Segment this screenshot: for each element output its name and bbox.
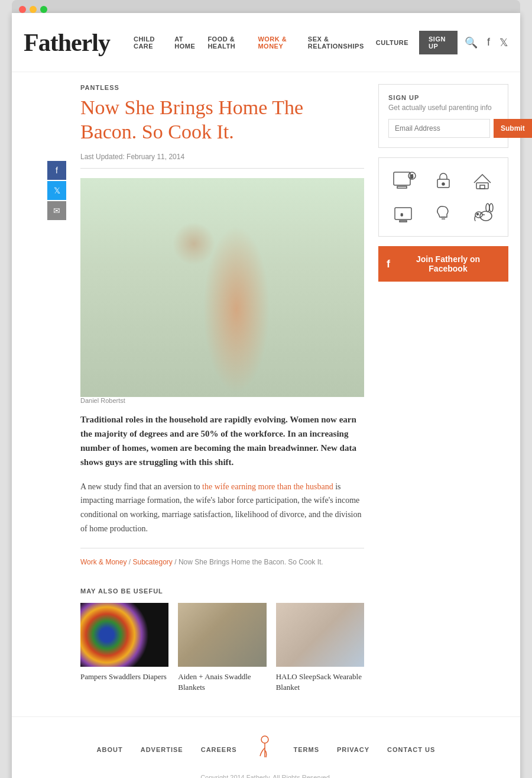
svg-point-49 — [486, 204, 489, 212]
svg-rect-19 — [118, 230, 125, 251]
svg-point-39 — [442, 183, 445, 185]
related-item-3[interactable]: HALO SleepSack Wearable Blanket — [276, 603, 364, 693]
signup-box: SIGN UP Get actually useful parenting in… — [378, 84, 508, 148]
signup-box-title: SIGN UP — [388, 94, 498, 101]
svg-rect-35 — [397, 186, 407, 188]
submit-button[interactable]: Submit — [494, 119, 532, 138]
svg-point-50 — [489, 204, 493, 212]
related-item-1[interactable]: Pampers Swaddlers Diapers — [80, 603, 168, 693]
footer-privacy[interactable]: PRIVACY — [337, 746, 369, 753]
svg-rect-20 — [126, 231, 132, 251]
svg-point-25 — [211, 217, 245, 239]
footer-logo — [254, 735, 275, 764]
signup-box-subtitle: Get actually useful parenting info — [388, 104, 498, 112]
icon-lock — [428, 167, 459, 193]
svg-point-52 — [261, 736, 268, 743]
icon-money-screen: $ — [389, 167, 420, 193]
footer-copyright: Copyright 2014 Fatherly. All Rights Rese… — [24, 774, 508, 778]
footer-about[interactable]: ABOUT — [97, 746, 123, 753]
svg-rect-42 — [395, 208, 411, 219]
search-icon[interactable]: 🔍 — [465, 36, 478, 49]
svg-rect-10 — [112, 199, 119, 217]
related-item-2[interactable]: Aiden + Anais Swaddle Blankets — [178, 603, 266, 693]
email-input[interactable] — [388, 119, 490, 138]
footer-careers[interactable]: CAREERS — [201, 746, 237, 753]
related-section: MAY ALSO BE USEFUL Pampers Swaddlers Dia… — [80, 587, 364, 693]
svg-rect-17 — [104, 230, 111, 251]
browser-dot-green — [40, 6, 47, 13]
article-intro: Traditional roles in the household are r… — [80, 412, 364, 469]
site-header: Fatherly CHILD CARE AT HOME FOOD & HEALT… — [12, 13, 520, 72]
sidebar: SIGN UP Get actually useful parenting in… — [378, 84, 508, 716]
site-footer: ABOUT ADVERTISE CAREERS TERMS PRIVACY CO… — [12, 716, 520, 778]
facebook-join-button[interactable]: f Join Fatherly on Facebook — [378, 246, 508, 282]
related-image-2 — [178, 603, 266, 667]
nav-food-health[interactable]: FOOD & HEALTH — [202, 35, 252, 50]
svg-rect-2 — [80, 217, 143, 221]
footer-nav: ABOUT ADVERTISE CAREERS TERMS PRIVACY CO… — [24, 735, 508, 764]
related-image-3 — [276, 603, 364, 667]
breadcrumb-current: Now She Brings Home the Bacon. So Cook I… — [179, 558, 323, 566]
svg-rect-3 — [80, 250, 143, 255]
article-image — [80, 178, 364, 397]
nav-work-money[interactable]: WORK & MONEY — [252, 35, 301, 50]
footer-logo-icon — [254, 735, 275, 764]
related-label-2: Aiden + Anais Swaddle Blankets — [178, 672, 266, 693]
svg-rect-33 — [183, 353, 342, 361]
svg-point-51 — [477, 214, 479, 215]
svg-rect-26 — [233, 228, 248, 256]
twitter-share-button[interactable]: 𝕏 — [47, 181, 66, 200]
svg-point-28 — [228, 230, 238, 237]
footer-contact[interactable]: CONTACT US — [387, 746, 435, 753]
svg-rect-22 — [251, 182, 364, 392]
nav-sex-relationships[interactable]: SEX & RELATIONSHIPS — [302, 35, 370, 50]
article-body: A new study find that an aversion to the… — [80, 480, 364, 536]
svg-rect-5 — [80, 318, 143, 323]
svg-rect-11 — [119, 197, 125, 217]
nav-icons: 🔍 f 𝕏 — [465, 36, 508, 49]
svg-rect-18 — [112, 232, 118, 250]
breadcrumb-work-money[interactable]: Work & Money — [80, 558, 126, 566]
twitter-nav-icon[interactable]: 𝕏 — [499, 36, 508, 49]
svg-rect-1 — [80, 182, 143, 392]
site-logo[interactable]: Fatherly — [24, 28, 110, 57]
icon-house — [467, 167, 498, 193]
site-nav: CHILD CARE AT HOME FOOD & HEALTH WORK & … — [128, 31, 458, 54]
facebook-share-button[interactable]: f — [47, 161, 66, 180]
svg-rect-32 — [259, 321, 327, 362]
svg-point-23 — [197, 231, 248, 293]
breadcrumb: Work & Money / Subcategory / Now She Bri… — [80, 548, 364, 576]
nav-culture[interactable]: CULTURE — [370, 39, 414, 46]
icon-tv: 8 — [389, 201, 420, 227]
svg-rect-16 — [98, 231, 104, 251]
article-image-svg — [80, 178, 364, 397]
nav-child-care[interactable]: CHILD CARE — [128, 35, 168, 50]
svg-point-29 — [183, 293, 217, 332]
footer-advertise[interactable]: ADVERTISE — [141, 746, 183, 753]
nav-at-home[interactable]: AT HOME — [168, 35, 202, 50]
icons-grid: $ 8 — [378, 157, 508, 237]
signup-nav-button[interactable]: SIGN UP — [419, 31, 458, 54]
svg-rect-4 — [80, 285, 143, 289]
icon-rabbit — [467, 201, 498, 227]
svg-rect-7 — [90, 196, 96, 217]
facebook-nav-icon[interactable]: f — [487, 36, 490, 49]
svg-text:8: 8 — [401, 212, 403, 217]
svg-rect-34 — [394, 172, 410, 185]
svg-rect-21 — [143, 182, 364, 392]
svg-point-30 — [187, 280, 212, 305]
footer-terms[interactable]: TERMS — [293, 746, 319, 753]
signup-form: Submit — [388, 119, 498, 138]
svg-rect-12 — [125, 201, 133, 217]
related-label-3: HALO SleepSack Wearable Blanket — [276, 672, 364, 693]
article-body-link[interactable]: the wife earning more than the husband — [202, 482, 333, 491]
svg-rect-31 — [257, 318, 330, 367]
article: PANTLESS Now She Brings Home The Bacon. … — [80, 84, 364, 716]
svg-rect-0 — [80, 182, 364, 392]
related-label-1: Pampers Swaddlers Diapers — [80, 672, 168, 682]
icon-lightbulb — [428, 201, 459, 227]
email-share-button[interactable]: ✉ — [47, 201, 66, 220]
breadcrumb-subcategory[interactable]: Subcategory — [132, 558, 172, 566]
article-image-caption: Daniel Robertst — [80, 397, 364, 404]
facebook-join-label: Join Fatherly on Facebook — [396, 254, 500, 273]
